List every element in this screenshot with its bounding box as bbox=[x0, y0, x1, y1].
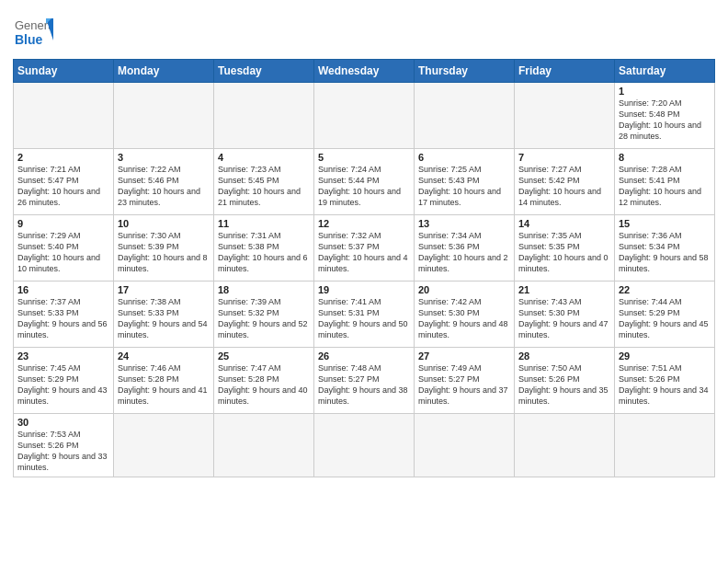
day-number: 17 bbox=[118, 284, 210, 295]
day-number: 16 bbox=[17, 284, 109, 295]
day-number: 22 bbox=[619, 284, 711, 295]
day-number: 23 bbox=[17, 350, 109, 362]
day-info: Sunrise: 7:50 AM Sunset: 5:26 PM Dayligh… bbox=[518, 362, 610, 408]
day-number: 25 bbox=[218, 350, 310, 362]
day-number: 7 bbox=[518, 152, 610, 163]
calendar-cell: 27Sunrise: 7:49 AM Sunset: 5:27 PM Dayli… bbox=[415, 348, 515, 414]
day-info: Sunrise: 7:32 AM Sunset: 5:37 PM Dayligh… bbox=[318, 230, 410, 275]
day-number: 14 bbox=[518, 218, 610, 229]
day-number: 5 bbox=[318, 152, 410, 163]
calendar-cell: 1Sunrise: 7:20 AM Sunset: 5:48 PM Daylig… bbox=[615, 83, 715, 149]
calendar-cell: 22Sunrise: 7:44 AM Sunset: 5:29 PM Dayli… bbox=[615, 282, 715, 348]
calendar-cell bbox=[415, 83, 515, 149]
calendar-cell: 28Sunrise: 7:50 AM Sunset: 5:26 PM Dayli… bbox=[515, 348, 615, 414]
day-info: Sunrise: 7:39 AM Sunset: 5:32 PM Dayligh… bbox=[218, 296, 310, 341]
day-info: Sunrise: 7:23 AM Sunset: 5:45 PM Dayligh… bbox=[218, 164, 310, 209]
calendar-cell: 7Sunrise: 7:27 AM Sunset: 5:42 PM Daylig… bbox=[515, 149, 615, 215]
day-info: Sunrise: 7:22 AM Sunset: 5:46 PM Dayligh… bbox=[118, 164, 210, 209]
calendar-cell: 21Sunrise: 7:43 AM Sunset: 5:30 PM Dayli… bbox=[515, 282, 615, 348]
day-number: 21 bbox=[518, 284, 610, 295]
calendar-cell: 25Sunrise: 7:47 AM Sunset: 5:28 PM Dayli… bbox=[214, 348, 314, 414]
calendar-cell: 16Sunrise: 7:37 AM Sunset: 5:33 PM Dayli… bbox=[14, 282, 114, 348]
calendar-cell bbox=[314, 414, 415, 477]
svg-text:Blue: Blue bbox=[15, 32, 43, 47]
calendar-cell: 4Sunrise: 7:23 AM Sunset: 5:45 PM Daylig… bbox=[214, 149, 314, 215]
day-header-tuesday: Tuesday bbox=[214, 60, 314, 83]
calendar-cell bbox=[415, 414, 515, 477]
calendar-cell: 2Sunrise: 7:21 AM Sunset: 5:47 PM Daylig… bbox=[14, 149, 114, 215]
day-info: Sunrise: 7:28 AM Sunset: 5:41 PM Dayligh… bbox=[619, 164, 711, 209]
day-info: Sunrise: 7:51 AM Sunset: 5:26 PM Dayligh… bbox=[619, 362, 711, 408]
calendar-cell: 26Sunrise: 7:48 AM Sunset: 5:27 PM Dayli… bbox=[314, 348, 415, 414]
day-info: Sunrise: 7:38 AM Sunset: 5:33 PM Dayligh… bbox=[118, 296, 210, 341]
day-info: Sunrise: 7:48 AM Sunset: 5:27 PM Dayligh… bbox=[318, 362, 410, 408]
day-info: Sunrise: 7:30 AM Sunset: 5:39 PM Dayligh… bbox=[118, 230, 210, 275]
page: General Blue SundayMondayTuesdayWednesda… bbox=[0, 0, 728, 563]
day-info: Sunrise: 7:47 AM Sunset: 5:28 PM Dayligh… bbox=[218, 362, 310, 408]
calendar-cell bbox=[314, 83, 415, 149]
day-info: Sunrise: 7:24 AM Sunset: 5:44 PM Dayligh… bbox=[318, 164, 410, 209]
calendar-cell: 14Sunrise: 7:35 AM Sunset: 5:35 PM Dayli… bbox=[515, 215, 615, 282]
calendar-cell: 24Sunrise: 7:46 AM Sunset: 5:28 PM Dayli… bbox=[114, 348, 214, 414]
header: General Blue bbox=[13, 9, 715, 52]
day-info: Sunrise: 7:53 AM Sunset: 5:26 PM Dayligh… bbox=[17, 429, 109, 474]
day-number: 11 bbox=[218, 218, 310, 229]
day-header-saturday: Saturday bbox=[615, 60, 715, 83]
day-number: 1 bbox=[619, 86, 711, 97]
day-info: Sunrise: 7:46 AM Sunset: 5:28 PM Dayligh… bbox=[118, 362, 210, 408]
day-info: Sunrise: 7:37 AM Sunset: 5:33 PM Dayligh… bbox=[17, 296, 109, 341]
calendar-week-4: 23Sunrise: 7:45 AM Sunset: 5:29 PM Dayli… bbox=[14, 348, 715, 414]
calendar-cell: 12Sunrise: 7:32 AM Sunset: 5:37 PM Dayli… bbox=[314, 215, 415, 282]
logo: General Blue bbox=[13, 9, 53, 52]
calendar-cell bbox=[615, 414, 715, 477]
calendar-cell bbox=[14, 83, 114, 149]
calendar-cell bbox=[515, 83, 615, 149]
day-info: Sunrise: 7:27 AM Sunset: 5:42 PM Dayligh… bbox=[518, 164, 610, 209]
day-number: 3 bbox=[118, 152, 210, 163]
day-info: Sunrise: 7:36 AM Sunset: 5:34 PM Dayligh… bbox=[619, 230, 711, 275]
day-number: 2 bbox=[17, 152, 109, 163]
calendar-header-row: SundayMondayTuesdayWednesdayThursdayFrid… bbox=[14, 60, 715, 83]
calendar-cell: 17Sunrise: 7:38 AM Sunset: 5:33 PM Dayli… bbox=[114, 282, 214, 348]
day-number: 20 bbox=[418, 284, 510, 295]
calendar-week-2: 9Sunrise: 7:29 AM Sunset: 5:40 PM Daylig… bbox=[14, 215, 715, 282]
day-header-friday: Friday bbox=[515, 60, 615, 83]
calendar-cell: 10Sunrise: 7:30 AM Sunset: 5:39 PM Dayli… bbox=[114, 215, 214, 282]
logo-svg: General Blue bbox=[13, 11, 53, 52]
day-number: 10 bbox=[118, 218, 210, 229]
calendar-cell: 18Sunrise: 7:39 AM Sunset: 5:32 PM Dayli… bbox=[214, 282, 314, 348]
day-header-sunday: Sunday bbox=[14, 60, 114, 83]
calendar-cell: 8Sunrise: 7:28 AM Sunset: 5:41 PM Daylig… bbox=[615, 149, 715, 215]
day-header-monday: Monday bbox=[114, 60, 214, 83]
day-number: 18 bbox=[218, 284, 310, 295]
calendar-cell: 15Sunrise: 7:36 AM Sunset: 5:34 PM Dayli… bbox=[615, 215, 715, 282]
day-info: Sunrise: 7:43 AM Sunset: 5:30 PM Dayligh… bbox=[518, 296, 610, 341]
calendar-cell: 11Sunrise: 7:31 AM Sunset: 5:38 PM Dayli… bbox=[214, 215, 314, 282]
day-info: Sunrise: 7:49 AM Sunset: 5:27 PM Dayligh… bbox=[418, 362, 510, 408]
calendar-cell: 20Sunrise: 7:42 AM Sunset: 5:30 PM Dayli… bbox=[415, 282, 515, 348]
day-info: Sunrise: 7:44 AM Sunset: 5:29 PM Dayligh… bbox=[619, 296, 711, 341]
calendar-week-1: 2Sunrise: 7:21 AM Sunset: 5:47 PM Daylig… bbox=[14, 149, 715, 215]
calendar-cell: 6Sunrise: 7:25 AM Sunset: 5:43 PM Daylig… bbox=[415, 149, 515, 215]
day-header-wednesday: Wednesday bbox=[314, 60, 415, 83]
calendar-cell bbox=[114, 414, 214, 477]
day-number: 30 bbox=[17, 417, 109, 428]
day-info: Sunrise: 7:31 AM Sunset: 5:38 PM Dayligh… bbox=[218, 230, 310, 275]
logo-icon: General Blue bbox=[13, 11, 53, 52]
day-info: Sunrise: 7:45 AM Sunset: 5:29 PM Dayligh… bbox=[17, 362, 109, 408]
day-number: 8 bbox=[619, 152, 711, 163]
calendar-cell bbox=[515, 414, 615, 477]
calendar-cell: 23Sunrise: 7:45 AM Sunset: 5:29 PM Dayli… bbox=[14, 348, 114, 414]
day-info: Sunrise: 7:21 AM Sunset: 5:47 PM Dayligh… bbox=[17, 164, 109, 209]
calendar-cell bbox=[214, 83, 314, 149]
day-number: 9 bbox=[17, 218, 109, 229]
calendar-cell: 30Sunrise: 7:53 AM Sunset: 5:26 PM Dayli… bbox=[14, 414, 114, 477]
day-number: 15 bbox=[619, 218, 711, 229]
day-number: 6 bbox=[418, 152, 510, 163]
day-number: 29 bbox=[619, 350, 711, 362]
day-info: Sunrise: 7:25 AM Sunset: 5:43 PM Dayligh… bbox=[418, 164, 510, 209]
day-info: Sunrise: 7:42 AM Sunset: 5:30 PM Dayligh… bbox=[418, 296, 510, 341]
day-number: 4 bbox=[218, 152, 310, 163]
day-number: 27 bbox=[418, 350, 510, 362]
calendar-cell: 13Sunrise: 7:34 AM Sunset: 5:36 PM Dayli… bbox=[415, 215, 515, 282]
